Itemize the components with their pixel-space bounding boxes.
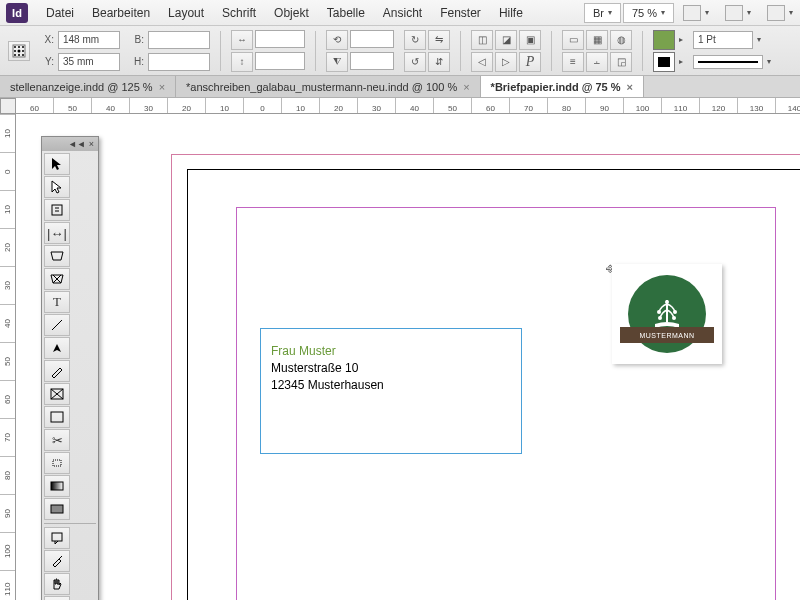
ruler-origin[interactable]: [0, 98, 16, 114]
ruler-tick: 40: [92, 98, 130, 113]
close-icon[interactable]: ×: [463, 81, 469, 93]
scissors-tool[interactable]: ✂: [44, 429, 70, 451]
ruler-tick: 30: [358, 98, 396, 113]
y-input[interactable]: 35 mm: [58, 53, 120, 71]
wrap-jumpnext-icon[interactable]: ⫠: [586, 52, 608, 72]
ruler-horizontal[interactable]: 6050403020100102030405060708090100110120…: [16, 98, 800, 114]
ruler-tick: 60: [0, 380, 15, 418]
gap-tool[interactable]: |↔|: [44, 222, 70, 244]
wrap-shape-icon[interactable]: ◍: [610, 30, 632, 50]
rectangle-tool[interactable]: [44, 406, 70, 428]
direct-selection-tool[interactable]: [44, 176, 70, 198]
flip-v-icon[interactable]: ⇵: [428, 52, 450, 72]
rotate-input[interactable]: [350, 30, 394, 48]
reference-point-icon[interactable]: [8, 41, 30, 61]
menu-fenster[interactable]: Fenster: [432, 3, 489, 23]
menu-schrift[interactable]: Schrift: [214, 3, 264, 23]
page-tool[interactable]: [44, 199, 70, 221]
tab-anschreiben[interactable]: *anschreiben_galabau_mustermann-neu.indd…: [176, 76, 481, 97]
wrap-group: ▭▦◍ ≡⫠◲: [562, 30, 632, 72]
paragraph-style-icon[interactable]: P: [519, 52, 541, 72]
svg-point-6: [22, 50, 24, 52]
menu-datei[interactable]: Datei: [38, 3, 82, 23]
rectangle-frame-tool[interactable]: [44, 383, 70, 405]
eyedropper-tool[interactable]: [44, 550, 70, 572]
flip-h-icon[interactable]: ⇋: [428, 30, 450, 50]
close-icon[interactable]: ×: [89, 139, 94, 149]
content-placer-tool[interactable]: [44, 268, 70, 290]
gradient-swatch-tool[interactable]: [44, 475, 70, 497]
scale-y-icon[interactable]: ↕: [231, 52, 253, 72]
menu-ansicht[interactable]: Ansicht: [375, 3, 430, 23]
ruler-tick: 90: [586, 98, 624, 113]
close-icon[interactable]: ×: [159, 81, 165, 93]
shear-input[interactable]: [350, 52, 394, 70]
zoom-tool[interactable]: [44, 596, 70, 600]
scale-x-input[interactable]: [255, 30, 305, 48]
menu-tabelle[interactable]: Tabelle: [319, 3, 373, 23]
x-input[interactable]: 148 mm: [58, 31, 120, 49]
ruler-tick: 80: [548, 98, 586, 113]
rotate-cw-icon[interactable]: ↻: [404, 30, 426, 50]
ruler-tick: 40: [0, 304, 15, 342]
select-next-icon[interactable]: ▷: [495, 52, 517, 72]
rotate-ccw-icon[interactable]: ↺: [404, 52, 426, 72]
svg-point-5: [18, 49, 21, 52]
menu-hilfe[interactable]: Hilfe: [491, 3, 531, 23]
scale-y-input[interactable]: [255, 52, 305, 70]
panel-header[interactable]: ◄◄×: [42, 137, 98, 151]
wrap-bbox-icon[interactable]: ▦: [586, 30, 608, 50]
ruler-vertical[interactable]: 100102030405060708090100110120130140: [0, 114, 16, 600]
ruler-tick: 10: [206, 98, 244, 113]
ruler-tick: 30: [130, 98, 168, 113]
pen-tool[interactable]: [44, 337, 70, 359]
wrap-none-icon[interactable]: ▭: [562, 30, 584, 50]
stroke-settings: 1 Pt▾ ▾: [693, 30, 771, 72]
close-icon[interactable]: ×: [627, 81, 633, 93]
gradient-feather-tool[interactable]: [44, 498, 70, 520]
shear-icon[interactable]: ⧨: [326, 52, 348, 72]
logo-frame[interactable]: MUSTERMANN: [612, 264, 722, 364]
menu-objekt[interactable]: Objekt: [266, 3, 317, 23]
svg-point-1: [14, 46, 16, 48]
view-options-icon[interactable]: ▾: [676, 2, 716, 24]
stroke-style-select[interactable]: [693, 55, 763, 69]
menu-bearbeiten[interactable]: Bearbeiten: [84, 3, 158, 23]
document-canvas[interactable]: Frau Muster Musterstraße 10 12345 Muster…: [16, 114, 800, 600]
fitting-icon[interactable]: ▣: [519, 30, 541, 50]
arrange-icon[interactable]: ▾: [760, 2, 800, 24]
rotate-icon[interactable]: ⟲: [326, 30, 348, 50]
zoom-level[interactable]: 75 % ▾: [623, 3, 674, 23]
scale-x-icon[interactable]: ↔: [231, 30, 253, 50]
stroke-chip[interactable]: [653, 52, 675, 72]
select-content-icon[interactable]: ◪: [495, 30, 517, 50]
collapse-icon[interactable]: ◄◄: [68, 139, 86, 149]
content-collector-tool[interactable]: [44, 245, 70, 267]
type-tool[interactable]: T: [44, 291, 70, 313]
free-transform-tool[interactable]: [44, 452, 70, 474]
menu-layout[interactable]: Layout: [160, 3, 212, 23]
tab-stellenanzeige[interactable]: stellenanzeige.indd @ 125 %×: [0, 76, 176, 97]
fill-stroke-group: ▸ ▸: [653, 30, 683, 72]
w-input[interactable]: [148, 31, 210, 49]
select-container-icon[interactable]: ◫: [471, 30, 493, 50]
wrap-jump-icon[interactable]: ≡: [562, 52, 584, 72]
ruler-tick: 70: [510, 98, 548, 113]
address-text-frame[interactable]: Frau Muster Musterstraße 10 12345 Muster…: [260, 328, 522, 454]
pencil-tool[interactable]: [44, 360, 70, 382]
hand-tool[interactable]: [44, 573, 70, 595]
ruler-tick: 140: [776, 98, 800, 113]
h-input[interactable]: [148, 53, 210, 71]
selection-tool[interactable]: [44, 153, 70, 175]
stroke-weight-input[interactable]: 1 Pt: [693, 31, 753, 49]
corner-options-icon[interactable]: ◲: [610, 52, 632, 72]
fill-chip[interactable]: [653, 30, 675, 50]
screen-mode-icon[interactable]: ▾: [718, 2, 758, 24]
note-tool[interactable]: [44, 527, 70, 549]
line-tool[interactable]: [44, 314, 70, 336]
tab-briefpapier[interactable]: *Briefpapier.indd @ 75 %×: [481, 76, 644, 97]
bridge-button[interactable]: Br▾: [584, 3, 621, 23]
svg-point-7: [14, 54, 16, 56]
select-prev-icon[interactable]: ◁: [471, 52, 493, 72]
tools-panel[interactable]: ◄◄× |↔| T ✂: [41, 136, 99, 600]
